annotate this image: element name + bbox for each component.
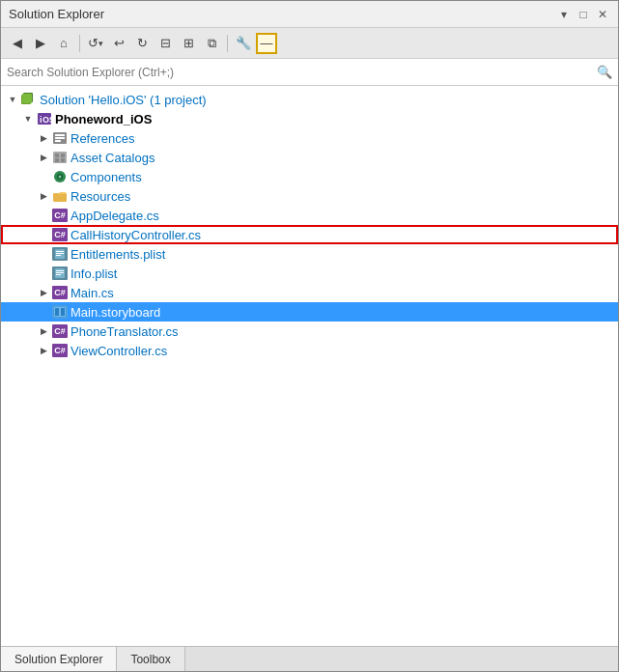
maincs-label: Main.cs	[70, 286, 114, 300]
asset-catalogs-label: Asset Catalogs	[70, 151, 155, 165]
reload-button[interactable]: ↻	[131, 33, 153, 54]
svg-rect-24	[56, 270, 64, 271]
back-button[interactable]: ◀	[7, 33, 28, 54]
svg-rect-28	[55, 308, 59, 316]
svg-point-17	[59, 176, 62, 179]
infoplist-icon	[51, 266, 69, 281]
copy-button[interactable]: ⧉	[201, 33, 222, 54]
tab-toolbox[interactable]: Toolbox	[117, 647, 184, 671]
phonetranslator-label: PhoneTranslator.cs	[70, 324, 179, 339]
forward-button[interactable]: ▶	[30, 33, 51, 54]
resources-expand[interactable]: ▶	[36, 188, 51, 204]
entitlements-node[interactable]: Entitlements.plist	[1, 244, 618, 264]
maincs-node[interactable]: ▶ C# Main.cs	[1, 283, 618, 302]
viewcontroller-label: ViewController.cs	[70, 344, 167, 358]
maincs-icon: C#	[51, 285, 69, 300]
references-icon	[51, 130, 69, 146]
resources-node[interactable]: ▶ Resources	[1, 186, 618, 206]
minimize-button[interactable]: —	[256, 33, 277, 54]
appdelegate-icon: C#	[51, 208, 69, 223]
entitlements-icon	[51, 246, 69, 262]
svg-rect-11	[55, 154, 59, 157]
solution-tree: ▼ Solution 'Hello.iOS' (1 project) ▼ i O…	[1, 86, 618, 646]
svg-rect-21	[56, 253, 64, 254]
asset-catalogs-icon	[51, 150, 69, 165]
phonetranslator-node[interactable]: ▶ C# PhoneTranslator.cs	[1, 322, 618, 341]
search-icon[interactable]: 🔍	[597, 65, 612, 79]
callhistory-node[interactable]: C# CallHistoryController.cs	[1, 225, 618, 244]
close-button[interactable]: ✕	[595, 7, 610, 22]
toolbar: ◀ ▶ ⌂ ↺▾ ↩ ↻ ⊟ ⊞ ⧉ 🔧 —	[1, 28, 618, 59]
search-bar: 🔍	[1, 59, 618, 86]
svg-rect-9	[55, 140, 61, 142]
components-icon	[51, 169, 69, 184]
callhistory-icon: C#	[51, 227, 69, 242]
infoplist-label: Info.plist	[70, 266, 117, 281]
appdelegate-node[interactable]: C# AppDelegate.cs	[1, 206, 618, 225]
references-node[interactable]: ▶ References	[1, 128, 618, 148]
maincs-expand[interactable]: ▶	[36, 285, 51, 300]
svg-text:OS: OS	[42, 115, 52, 125]
pin-button[interactable]: ▾	[556, 7, 572, 22]
svg-rect-29	[61, 308, 65, 316]
svg-rect-20	[56, 251, 64, 252]
solution-explorer-window: Solution Explorer ▾ □ ✕ ◀ ▶ ⌂ ↺▾ ↩ ↻ ⊟ ⊞…	[0, 0, 619, 672]
project-label: Phoneword_iOS	[55, 112, 152, 126]
settings-button[interactable]: 🔧	[233, 33, 254, 54]
asset-catalogs-node[interactable]: ▶ Asset Catalogs	[1, 148, 618, 167]
project-expand[interactable]: ▼	[20, 111, 36, 126]
title-bar: Solution Explorer ▾ □ ✕	[1, 1, 618, 28]
collapse-button[interactable]: ⊟	[155, 33, 176, 54]
dock-button[interactable]: □	[576, 7, 591, 22]
history-button[interactable]: ↺▾	[85, 33, 106, 54]
svg-rect-12	[61, 154, 65, 157]
infoplist-node[interactable]: Info.plist	[1, 264, 618, 283]
pages-button[interactable]: ⊞	[178, 33, 199, 54]
separator-1	[79, 35, 80, 52]
project-node[interactable]: ▼ i OS Phoneword_iOS	[1, 109, 618, 128]
entitlements-label: Entitlements.plist	[70, 247, 165, 262]
references-label: References	[70, 131, 134, 146]
references-expand[interactable]: ▶	[36, 130, 51, 146]
search-input[interactable]	[7, 66, 597, 79]
tab-solution-explorer[interactable]: Solution Explorer	[1, 647, 117, 671]
viewcontroller-expand[interactable]: ▶	[36, 343, 51, 358]
window-title: Solution Explorer	[9, 7, 104, 21]
bottom-tabs: Solution Explorer Toolbox	[1, 646, 618, 671]
separator-2	[227, 35, 228, 52]
svg-rect-22	[56, 255, 61, 256]
svg-rect-13	[55, 158, 59, 162]
svg-rect-7	[55, 134, 65, 136]
phonetranslator-expand[interactable]: ▶	[36, 323, 51, 339]
viewcontroller-icon: C#	[51, 343, 69, 358]
title-controls: ▾ □ ✕	[556, 7, 610, 22]
components-label: Components	[70, 170, 142, 184]
project-icon: i OS	[36, 111, 53, 126]
asset-catalogs-expand[interactable]: ▶	[36, 150, 51, 165]
solution-icon	[20, 92, 38, 107]
phonetranslator-icon: C#	[51, 323, 69, 339]
viewcontroller-node[interactable]: ▶ C# ViewController.cs	[1, 341, 618, 360]
solution-label: Solution 'Hello.iOS' (1 project)	[40, 93, 207, 107]
components-node[interactable]: Components	[1, 167, 618, 186]
sync-button[interactable]: ↩	[108, 33, 129, 54]
svg-rect-2	[22, 94, 32, 103]
solution-node[interactable]: ▼ Solution 'Hello.iOS' (1 project)	[1, 90, 618, 109]
resources-label: Resources	[70, 189, 130, 204]
svg-rect-25	[56, 272, 64, 273]
home-button[interactable]: ⌂	[53, 33, 74, 54]
resources-icon	[51, 188, 69, 204]
svg-rect-14	[61, 158, 65, 162]
svg-rect-8	[55, 137, 65, 139]
mainstoryboard-node[interactable]: Main.storyboard	[1, 302, 618, 322]
mainstoryboard-label: Main.storyboard	[70, 305, 160, 320]
solution-expand[interactable]: ▼	[5, 92, 20, 107]
svg-rect-18	[53, 193, 67, 202]
callhistory-label: CallHistoryController.cs	[70, 228, 201, 242]
svg-rect-26	[56, 274, 61, 275]
mainstoryboard-icon	[51, 304, 69, 320]
appdelegate-label: AppDelegate.cs	[70, 209, 159, 223]
